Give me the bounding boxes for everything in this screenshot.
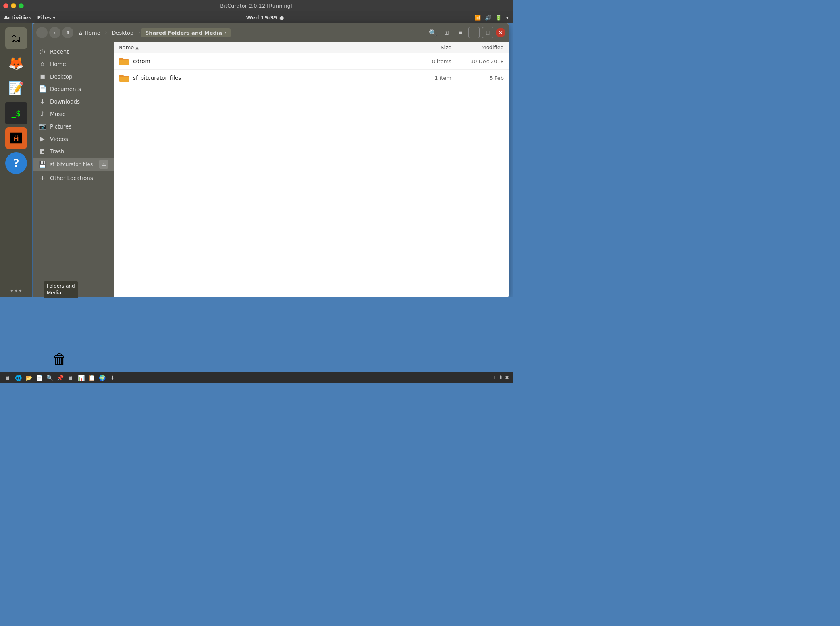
sidebar-item-trash[interactable]: 🗑 Trash bbox=[33, 145, 114, 158]
file-modified-cdrom: 30 Dec 2018 bbox=[451, 58, 504, 64]
sidebar-downloads-label: Downloads bbox=[50, 98, 80, 105]
toolbar: ‹ › ⬆ ⌂ Home › Desktop › Shared Folders … bbox=[33, 23, 509, 42]
eject-button[interactable]: ⏏ bbox=[99, 160, 108, 169]
desktop-trash[interactable]: 🗑 bbox=[52, 351, 67, 367]
battery-icon: 🔋 bbox=[495, 15, 502, 21]
appstore-icon: 🅰 bbox=[10, 132, 22, 145]
taskbar-icon-8[interactable]: 📊 bbox=[77, 375, 85, 381]
sort-arrow: ▲ bbox=[135, 45, 139, 50]
window-minimize-button[interactable]: — bbox=[468, 27, 480, 38]
file-size-cdrom: 0 items bbox=[415, 58, 451, 64]
terminal-icon: _$ bbox=[12, 108, 21, 118]
file-size-sf: 1 item bbox=[415, 75, 451, 81]
window-maximize-button[interactable]: □ bbox=[482, 27, 493, 38]
file-modified-sf: 5 Feb bbox=[451, 75, 504, 81]
file-list: Name ▲ Size Modified cdrom 0 bbox=[114, 42, 509, 297]
grid-view-button[interactable]: ⊞ bbox=[441, 27, 452, 38]
col-name-header[interactable]: Name ▲ bbox=[119, 44, 415, 50]
taskbar-icon-1[interactable]: 🖥 bbox=[3, 375, 12, 381]
firefox-icon: 🦊 bbox=[8, 56, 24, 71]
recent-icon: ◷ bbox=[39, 48, 46, 55]
taskbar-right-label: Left ⌘ bbox=[494, 375, 509, 381]
table-row[interactable]: cdrom 0 items 30 Dec 2018 bbox=[114, 53, 509, 70]
list-view-icon: ≡ bbox=[458, 29, 462, 36]
maximize-window-btn[interactable] bbox=[19, 3, 24, 8]
taskbar-icon-6[interactable]: 📌 bbox=[56, 375, 64, 381]
folder-icon-cdrom bbox=[119, 56, 130, 67]
file-name-sf: sf_bitcurator_files bbox=[133, 75, 415, 81]
downloads-icon: ⬇ bbox=[39, 97, 46, 105]
taskbar-icon-3[interactable]: 📂 bbox=[24, 375, 33, 381]
dock-item-files[interactable]: 🗂 bbox=[5, 27, 27, 49]
other-icon: + bbox=[39, 174, 46, 182]
dock-item-help[interactable]: ? bbox=[5, 152, 27, 174]
file-manager: ‹ › ⬆ ⌂ Home › Desktop › Shared Folders … bbox=[33, 23, 509, 297]
dock-item-appstore[interactable]: 🅰 bbox=[5, 127, 27, 149]
dock-item-terminal[interactable]: _$ bbox=[5, 102, 27, 124]
dock-item-wordprocessor[interactable]: 📝 bbox=[5, 77, 27, 99]
back-button[interactable]: ‹ bbox=[36, 27, 48, 38]
sidebar-item-home[interactable]: ⌂ Home bbox=[33, 58, 114, 70]
gnome-bar: Activities Files ▾ Wed 15:35 ● 📶 🔊 🔋 ▾ bbox=[0, 11, 513, 23]
home-sidebar-icon: ⌂ bbox=[39, 60, 46, 68]
gnome-bar-left: Activities Files ▾ bbox=[4, 15, 55, 21]
sidebar-item-documents[interactable]: 📄 Documents bbox=[33, 83, 114, 95]
breadcrumb-home-label: Home bbox=[85, 30, 100, 36]
name-col-label: Name bbox=[119, 44, 134, 50]
taskbar-icon-4[interactable]: 📄 bbox=[35, 375, 44, 381]
table-row[interactable]: sf_bitcurator_files 1 item 5 Feb bbox=[114, 70, 509, 86]
forward-button[interactable]: › bbox=[49, 27, 60, 38]
col-modified-header[interactable]: Modified bbox=[451, 44, 504, 50]
tooltip-line1: Folders and bbox=[47, 283, 75, 289]
sidebar-documents-label: Documents bbox=[50, 86, 81, 92]
taskbar-icon-9[interactable]: 📋 bbox=[87, 375, 96, 381]
sidebar-item-music[interactable]: ♪ Music bbox=[33, 108, 114, 120]
file-name-cdrom: cdrom bbox=[133, 58, 415, 64]
taskbar-icon-10[interactable]: 🌍 bbox=[98, 375, 106, 381]
list-view-button[interactable]: ≡ bbox=[455, 27, 466, 38]
sidebar-item-sf-bitcurator[interactable]: 💾 sf_bitcurator_files ⏏ bbox=[33, 158, 114, 171]
help-icon: ? bbox=[13, 157, 19, 169]
toolbar-right: 🔍 ⊞ ≡ — □ ✕ bbox=[427, 27, 505, 38]
taskbar-left: 🖥 🌐 📂 📄 🔍 📌 🖥 📊 📋 🌍 ⬇ bbox=[3, 375, 117, 381]
desktop-trash-icon: 🗑 bbox=[52, 351, 67, 367]
taskbar-icon-11[interactable]: ⬇ bbox=[108, 375, 117, 381]
breadcrumb-current-label: Shared Folders and Media bbox=[145, 30, 222, 36]
minimize-window-btn[interactable] bbox=[11, 3, 16, 8]
content-area: ◷ Recent ⌂ Home ▣ Desktop 📄 Documents ⬇ … bbox=[33, 42, 509, 297]
sidebar-recent-label: Recent bbox=[50, 48, 69, 55]
files-menu-label: Files bbox=[37, 15, 51, 21]
clock-time: Wed 15:35 bbox=[246, 15, 278, 21]
sidebar-trash-label: Trash bbox=[50, 148, 64, 155]
home-icon: ⌂ bbox=[79, 30, 82, 36]
breadcrumb-area: ⌂ Home › Desktop › Shared Folders and Me… bbox=[75, 28, 426, 37]
breadcrumb-home[interactable]: ⌂ Home bbox=[75, 28, 104, 37]
breadcrumb-sep-2: › bbox=[138, 30, 140, 35]
sidebar-item-other[interactable]: + Other Locations bbox=[33, 171, 114, 184]
search-button[interactable]: 🔍 bbox=[427, 27, 439, 38]
sidebar-item-recent[interactable]: ◷ Recent bbox=[33, 45, 114, 58]
taskbar-icon-2[interactable]: 🌐 bbox=[14, 375, 23, 381]
sidebar-item-downloads[interactable]: ⬇ Downloads bbox=[33, 95, 114, 108]
gnome-clock: Wed 15:35 ● bbox=[246, 15, 284, 21]
wordprocessor-icon: 📝 bbox=[8, 81, 24, 96]
sidebar: ◷ Recent ⌂ Home ▣ Desktop 📄 Documents ⬇ … bbox=[33, 42, 114, 297]
breadcrumb-current[interactable]: Shared Folders and Media › bbox=[141, 28, 231, 37]
sidebar-item-pictures[interactable]: 📷 Pictures bbox=[33, 120, 114, 133]
tooltip-line2: Media bbox=[47, 290, 61, 296]
taskbar-icon-5[interactable]: 🔍 bbox=[45, 375, 54, 381]
taskbar-icon-7[interactable]: 🖥 bbox=[66, 375, 75, 381]
files-menu[interactable]: Files ▾ bbox=[37, 15, 56, 21]
documents-icon: 📄 bbox=[39, 85, 46, 93]
breadcrumb-desktop[interactable]: Desktop bbox=[108, 28, 137, 37]
up-button[interactable]: ⬆ bbox=[62, 27, 73, 38]
sidebar-item-desktop[interactable]: ▣ Desktop bbox=[33, 70, 114, 83]
sidebar-item-videos[interactable]: ▶ Videos bbox=[33, 133, 114, 145]
close-window-btn[interactable] bbox=[3, 3, 8, 8]
window-close-button[interactable]: ✕ bbox=[496, 28, 505, 37]
col-size-header[interactable]: Size bbox=[415, 44, 451, 50]
sidebar-pictures-label: Pictures bbox=[50, 123, 71, 130]
dock-item-firefox[interactable]: 🦊 bbox=[5, 52, 27, 74]
activities-label[interactable]: Activities bbox=[4, 15, 32, 21]
power-icon: ▾ bbox=[506, 15, 509, 21]
